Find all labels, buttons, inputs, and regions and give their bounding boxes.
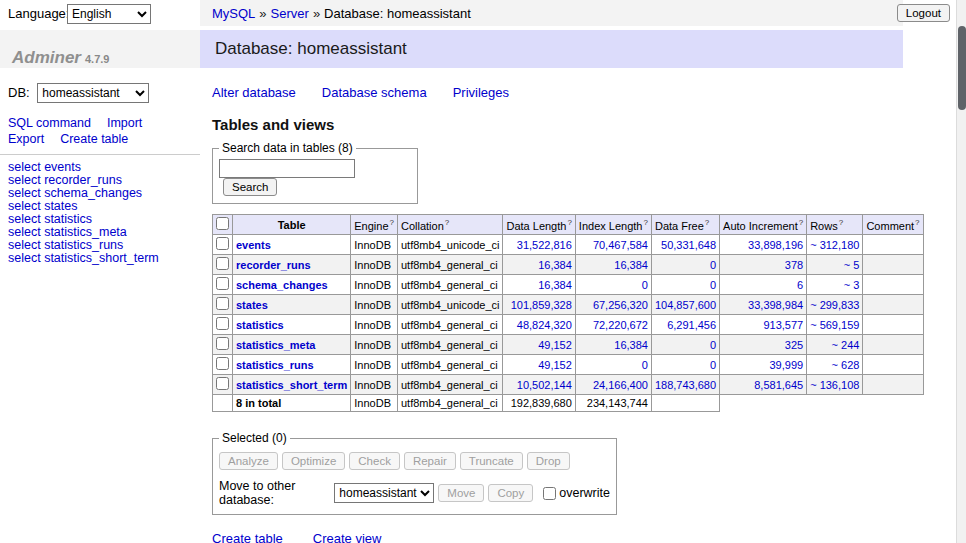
language-select[interactable]: English (67, 4, 151, 24)
data-length-link[interactable]: 49,152 (538, 339, 572, 351)
auto-increment-link[interactable]: 33,398,984 (748, 299, 803, 311)
breadcrumb-link-server[interactable]: Server (271, 6, 309, 21)
search-input[interactable] (219, 159, 355, 178)
rows-cell: ~ 244 (807, 335, 863, 355)
index-length-link[interactable]: 70,467,584 (593, 239, 648, 251)
help-link[interactable]: ? (445, 218, 449, 227)
table-name-link[interactable]: statistics (236, 319, 284, 331)
rows-link[interactable]: ~ 136,108 (810, 379, 859, 391)
help-link[interactable]: ? (643, 218, 647, 227)
index-length-link[interactable]: 67,256,320 (593, 299, 648, 311)
row-select-checkbox[interactable] (216, 357, 229, 370)
rows-link[interactable]: ~ 569,159 (810, 319, 859, 331)
copy-button[interactable]: Copy (488, 484, 533, 502)
scrollbar[interactable] (956, 0, 966, 543)
select-all-cell (213, 215, 233, 235)
sql-command-link[interactable]: SQL command (8, 116, 91, 130)
engine-cell: InnoDB (351, 295, 398, 315)
data-length-link[interactable]: 16,384 (538, 259, 572, 271)
help-link[interactable]: ? (799, 218, 803, 227)
move-database-select[interactable]: homeassistant (334, 483, 434, 503)
data-free-link[interactable]: 0 (710, 359, 716, 371)
repair-button[interactable]: Repair (404, 452, 456, 470)
alter-database-link[interactable]: Alter database (212, 85, 296, 100)
help-link[interactable]: ? (915, 218, 919, 227)
move-button[interactable]: Move (438, 484, 484, 502)
search-button[interactable]: Search (223, 178, 277, 196)
table-name-link[interactable]: recorder_runs (236, 259, 311, 271)
data-free-link[interactable]: 50,331,648 (661, 239, 716, 251)
rows-link[interactable]: ~ 244 (832, 339, 860, 351)
sidebar-table-link[interactable]: select statistics_short_term (0, 252, 200, 265)
row-select-checkbox[interactable] (216, 257, 229, 270)
logout-button[interactable]: Logout (897, 4, 950, 22)
help-link[interactable]: ? (839, 218, 843, 227)
row-select-checkbox[interactable] (216, 337, 229, 350)
collation-cell: utf8mb4_general_ci (398, 355, 503, 375)
data-length-link[interactable]: 16,384 (538, 279, 572, 291)
data-free-cell: 6,291,456 (651, 315, 719, 335)
data-free-link[interactable]: 0 (710, 339, 716, 351)
truncate-button[interactable]: Truncate (460, 452, 523, 470)
table-name-link[interactable]: statistics_meta (236, 339, 316, 351)
data-length-link[interactable]: 49,152 (538, 359, 572, 371)
row-select-checkbox[interactable] (216, 317, 229, 330)
auto-increment-link[interactable]: 8,581,645 (754, 379, 803, 391)
drop-button[interactable]: Drop (527, 452, 570, 470)
index-length-link[interactable]: 72,220,672 (593, 319, 648, 331)
row-select-checkbox[interactable] (216, 277, 229, 290)
optimize-button[interactable]: Optimize (282, 452, 345, 470)
data-length-link[interactable]: 31,522,816 (517, 239, 572, 251)
auto-increment-link[interactable]: 39,999 (770, 359, 804, 371)
row-select-checkbox[interactable] (216, 377, 229, 390)
auto-increment-link[interactable]: 325 (785, 339, 803, 351)
index-length-link[interactable]: 24,166,400 (593, 379, 648, 391)
index-length-link[interactable]: 16,384 (614, 339, 648, 351)
data-free-link[interactable]: 104,857,600 (655, 299, 716, 311)
data-free-link[interactable]: 0 (710, 279, 716, 291)
data-free-link[interactable]: 0 (710, 259, 716, 271)
table-name-link[interactable]: statistics_short_term (236, 379, 347, 391)
create-table-link-main[interactable]: Create table (212, 531, 283, 543)
table-name-link[interactable]: states (236, 299, 268, 311)
create-table-link[interactable]: Create table (60, 132, 128, 146)
export-link[interactable]: Export (8, 132, 44, 146)
rows-link[interactable]: ~ 3 (844, 279, 860, 291)
data-free-link[interactable]: 6,291,456 (667, 319, 716, 331)
overwrite-checkbox[interactable] (543, 487, 556, 500)
auto-increment-link[interactable]: 6 (797, 279, 803, 291)
analyze-button[interactable]: Analyze (219, 452, 278, 470)
data-length-link[interactable]: 48,824,320 (517, 319, 572, 331)
auto-increment-link[interactable]: 913,577 (763, 319, 803, 331)
import-link[interactable]: Import (107, 116, 142, 130)
scrollbar-thumb[interactable] (958, 26, 966, 110)
breadcrumb-link-mysql[interactable]: MySQL (212, 6, 255, 21)
help-link[interactable]: ? (705, 218, 709, 227)
privileges-link[interactable]: Privileges (453, 85, 509, 100)
table-name-link[interactable]: schema_changes (236, 279, 328, 291)
row-select-cell (213, 255, 233, 275)
db-select[interactable]: homeassistant (37, 83, 149, 103)
data-length-link[interactable]: 101,859,328 (511, 299, 572, 311)
rows-link[interactable]: ~ 628 (832, 359, 860, 371)
help-link[interactable]: ? (390, 218, 394, 227)
auto-increment-link[interactable]: 33,898,196 (748, 239, 803, 251)
rows-link[interactable]: ~ 312,180 (810, 239, 859, 251)
table-name-link[interactable]: statistics_runs (236, 359, 314, 371)
index-length-link[interactable]: 16,384 (614, 259, 648, 271)
rows-link[interactable]: ~ 5 (844, 259, 860, 271)
create-view-link[interactable]: Create view (313, 531, 382, 543)
data-free-link[interactable]: 188,743,680 (655, 379, 716, 391)
auto-increment-link[interactable]: 378 (785, 259, 803, 271)
check-button[interactable]: Check (349, 452, 400, 470)
database-schema-link[interactable]: Database schema (322, 85, 427, 100)
row-select-checkbox[interactable] (216, 237, 229, 250)
rows-link[interactable]: ~ 299,833 (810, 299, 859, 311)
table-name-link[interactable]: events (236, 239, 271, 251)
help-link[interactable]: ? (567, 218, 571, 227)
index-length-link[interactable]: 0 (642, 359, 648, 371)
select-all-checkbox[interactable] (216, 217, 229, 230)
index-length-link[interactable]: 0 (642, 279, 648, 291)
data-length-link[interactable]: 10,502,144 (517, 379, 572, 391)
row-select-checkbox[interactable] (216, 297, 229, 310)
